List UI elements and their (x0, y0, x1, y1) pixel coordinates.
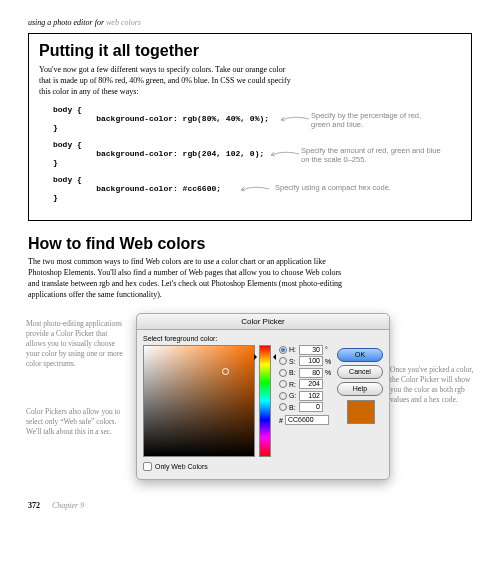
b-radio[interactable] (279, 369, 287, 377)
h-row: H: 30 ° (279, 345, 335, 355)
annotation-1: Specify by the percentage of red, green … (311, 111, 431, 129)
cancel-button[interactable]: Cancel (337, 365, 383, 379)
chapter-label: Chapter 9 (52, 501, 84, 510)
code-block-3: body { background-color: #cc6600; } Spec… (53, 175, 461, 202)
color-picker-title: Color Picker (137, 314, 389, 330)
b-row: B: 80 % (279, 368, 335, 378)
hue-slider-thumb-icon (257, 354, 273, 358)
annotation-arrow-icon (239, 185, 271, 193)
color-preview-swatch (347, 400, 375, 424)
hex-row: # CC6600 (279, 415, 335, 425)
ok-button[interactable]: OK (337, 348, 383, 362)
putting-together-box: Putting it all together You've now got a… (28, 33, 472, 221)
picker-area: Most photo-editing applications provide … (28, 313, 472, 493)
annotation-arrow-icon (269, 150, 301, 158)
page-number: 372 (28, 501, 40, 510)
s-unit: % (325, 358, 335, 365)
annotation-left-2: Color Pickers also allow you to select o… (26, 407, 124, 437)
help-button[interactable]: Help (337, 382, 383, 396)
bl-radio[interactable] (279, 403, 287, 411)
hash-label: # (279, 417, 283, 424)
s-label: S: (289, 358, 299, 365)
only-web-row: Only Web Colors (143, 462, 383, 471)
r-label: R: (289, 381, 299, 388)
h-label: H: (289, 346, 299, 353)
code-block-1: body { background-color: rgb(80%, 40%, 0… (53, 105, 461, 132)
annotation-2: Specify the amount of red, green and blu… (301, 146, 451, 164)
g-row: G: 102 (279, 391, 335, 401)
annotation-3: Specify using a compact hex code. (275, 183, 425, 192)
h-unit: ° (325, 346, 335, 353)
color-picker-dialog: Color Picker Select foreground color: OK… (136, 313, 390, 480)
section-title: How to find Web colors (28, 235, 472, 253)
page-footer: 372 Chapter 9 (28, 501, 472, 510)
s-value[interactable]: 100 (299, 356, 323, 366)
preview-old (348, 412, 374, 423)
code-block-2: body { background-color: rgb(204, 102, 0… (53, 140, 461, 167)
h-radio[interactable] (279, 346, 287, 354)
hue-slider[interactable] (259, 345, 271, 457)
venn-label-black: 0% Blue (418, 58, 439, 64)
annotation-arrow-icon (279, 115, 311, 123)
r-radio[interactable] (279, 380, 287, 388)
saturation-brightness-field[interactable] (143, 345, 255, 457)
running-head-suffix: web colors (106, 18, 141, 27)
b-unit: % (325, 369, 335, 376)
color-picker-label: Select foreground color: (143, 335, 383, 342)
g-value[interactable]: 102 (299, 391, 323, 401)
running-head: using a photo editor for web colors (28, 18, 472, 27)
s-radio[interactable] (279, 357, 287, 365)
g-label: G: (289, 392, 299, 399)
code-line: } (53, 193, 461, 202)
r-row: R: 204 (279, 379, 335, 389)
h-value[interactable]: 30 (299, 345, 323, 355)
only-web-checkbox[interactable] (143, 462, 152, 471)
annotation-right-1: Once you've picked a color, the Color Pi… (390, 365, 474, 406)
color-readouts: H: 30 ° S: 100 % B: (279, 345, 335, 457)
running-head-prefix: using a photo editor for (28, 18, 106, 27)
color-cursor-icon (222, 368, 229, 375)
bl-value[interactable]: 0 (299, 402, 323, 412)
b-value[interactable]: 80 (299, 368, 323, 378)
hex-value[interactable]: CC6600 (285, 415, 329, 425)
section-body: The two most common ways to find Web col… (28, 257, 348, 300)
r-value[interactable]: 204 (299, 379, 323, 389)
venn-diagram: 80% Red 0% Blue 40% Green (371, 40, 457, 106)
preview-new (348, 401, 374, 412)
s-row: S: 100 % (279, 356, 335, 366)
bl-row: B: 0 (279, 402, 335, 412)
box-intro: You've now got a few different ways to s… (39, 65, 299, 97)
g-radio[interactable] (279, 392, 287, 400)
venn-label-green: 40% Green (402, 80, 430, 86)
only-web-label: Only Web Colors (155, 463, 208, 470)
annotation-left-1: Most photo-editing applications provide … (26, 319, 124, 370)
b-label: B: (289, 369, 299, 376)
venn-label-red: 80% Red (382, 58, 405, 64)
bl-label: B: (289, 404, 299, 411)
